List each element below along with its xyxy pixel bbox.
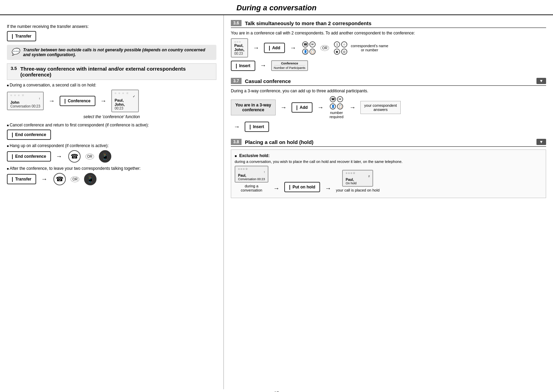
grid-icon-37-1: ☎ [330,96,336,102]
grid-icon-2: ✉ [309,41,316,48]
grid-icon-37-3: 👤 [330,103,336,110]
during-label: during aconversation [241,184,262,192]
note-box: 💬 Transfer between two outside calls is … [7,45,216,60]
phone-handset-dark-1: 📱 [99,150,111,163]
add-button-37[interactable]: Add [291,102,313,113]
phone-time-1: Conversation 00:23 [10,104,40,108]
section-37-diagram-row2: → Insert [231,122,546,132]
phone-name-1: John [10,100,40,104]
transfer-diagram: Transfer [7,31,216,41]
hangup-label: Hang up on all correspondent (if confere… [7,143,216,148]
arrow-37-1: → [280,104,287,111]
put-on-hold-button[interactable]: Put on hold [284,182,320,192]
correspondent-answers-box: your correspondentanswers [360,101,401,114]
section-36-header: 3.6 Talk simultaneously to more than 2 c… [231,20,546,28]
section-36: 3.6 Talk simultaneously to more than 2 c… [231,20,546,71]
or-label-1: OR [85,154,94,159]
dial-icons-37: ☎ ✉ 👤 📋 numberrequired [328,96,345,119]
conf-screen-title: Conference [274,62,306,65]
hold-phone-col: ○ ○ ○ ☆ ↑ Paul, Conversation 00:23 durin… [235,166,268,192]
phone-icon-top-2: ✓ [115,95,135,98]
arrow-37-4: → [234,123,240,131]
grid-icons-37: ☎ ✉ 👤 📋 [330,96,343,110]
or-36: OR [320,45,329,51]
phone-dots-1: ○ ○ ○ ☆ [10,94,40,97]
number-required-label: numberrequired [329,111,343,119]
threeway-box: You are in a 3-wayconference [231,100,276,115]
transfer-intro-section: If the number receiving the transfer ans… [7,24,216,41]
cancel-diagram: End conference [7,130,216,140]
hold-result-screen: ○ ○ ○ ☆ 2 Paul, On hold [342,170,373,187]
page-title: During a conversation [0,0,553,15]
section-37-number: 3.7 [231,78,242,84]
conference-diagram: ○ ○ ○ ☆ ↑ John Conversation 00:23 → Conf… [7,90,216,112]
after-label: After the conference, to leave your two … [7,166,216,171]
exclusive-hold-title: ■ Exclusive hold: [235,153,542,158]
after-diagram: Transfer → ☎ OR 📱 [7,173,216,185]
phone-name-2: Paul,John, [115,98,135,106]
section-37-diagram-row1: You are in a 3-wayconference → Add → ☎ ✉… [231,96,546,119]
section-38-icon: ▼ [536,139,546,145]
phone-screen-john: ○ ○ ○ ☆ ↑ John Conversation 00:23 [7,92,44,110]
conference-button[interactable]: Conference [60,96,95,106]
phone-screen-paul-john: ○ ○ ○ ☆ ✓ Paul,John, 00:23 [111,90,139,112]
section-36-diagram-row1: ○○○ Paul,John, 00:23 → Add → ☎ ✉ 👤 📋 OR [231,38,546,58]
result-icon-top: 2 [346,175,370,178]
phone-handset-icon-1: ☎ [68,150,81,163]
section-38-header: 3.8 Placing a call on hold (hold) ▼ [231,139,546,147]
end-conference-button-2[interactable]: End conference [7,151,51,162]
conf-screen-content: Number of Participants [274,66,306,70]
end-conference-button-1[interactable]: End conference [7,130,51,140]
section-37-title: Casual conference [245,78,536,84]
insert-button-37[interactable]: Insert [245,122,269,132]
hold-name: Paul, [238,174,265,177]
hold-diagram: ○ ○ ○ ☆ ↑ Paul, Conversation 00:23 durin… [235,166,542,192]
section-38: 3.8 Placing a call on hold (hold) ▼ ■ Ex… [231,139,546,198]
grid-icons-36b: 1 ☆ ◉ ◎ [334,41,347,55]
placed-on-hold-label: your call is placed on hold [336,188,380,192]
note-icon: 💬 [11,48,20,56]
grid-icon-6: ☆ [341,41,347,48]
left-panel: If the number receiving the transfer ans… [0,15,224,389]
section-37-icon: ▼ [536,78,546,84]
result-dots: ○ ○ ○ ☆ [346,172,370,175]
correspondent-name-col: correspondent's nameor number [351,44,388,52]
result-name: Paul, [346,178,370,182]
arrow-36-2: → [290,44,296,52]
section-37: 3.7 Casual conference ▼ During a 3-way c… [231,78,546,132]
page-number: 15 [0,389,553,392]
correspondent-label: correspondent's nameor number [351,44,388,52]
name-36-1: Paul,John, [234,43,245,52]
arrow-2: → [100,97,106,105]
phone-screen-36-1: ○○○ Paul,John, 00:23 [231,38,248,58]
dots-36-1: ○○○ [234,40,245,43]
arrow-1: → [49,97,55,105]
right-panel: 3.6 Talk simultaneously to more than 2 c… [224,15,553,389]
conference-intro: During a conversation, a second call is … [7,83,216,119]
phone-icon-top-1: ↑ [10,97,40,100]
or-label-2: OR [71,176,79,182]
section-35-title: Three-way conference with internal and/o… [20,66,213,78]
transfer-button-2[interactable]: Transfer [7,174,36,184]
section-35-header: 3.5 Three-way conference with internal a… [7,63,216,80]
hold-time: Conversation 00:23 [238,177,265,181]
section-36-body: You are in a conference call with 2 corr… [231,31,546,35]
transfer-button-1[interactable]: Transfer [7,31,36,41]
grid-icon-37-2: ✉ [337,96,343,102]
cancel-conference-section: Cancel conference and return to first co… [7,123,216,140]
conference-screen-36: Conference Number of Participants [271,60,308,71]
hold-result-col: ○ ○ ○ ☆ 2 Paul, On hold your call is pla… [336,170,380,192]
arrow-38-2: → [325,185,331,192]
arrow-38-1: → [273,185,279,192]
insert-button-36[interactable]: Insert [231,61,255,71]
hangup-section: Hang up on all correspondent (if confere… [7,143,216,163]
arrow-4: → [41,176,47,183]
hold-phone-screen: ○ ○ ○ ☆ ↑ Paul, Conversation 00:23 [235,166,268,183]
note-text: Transfer between two outside calls is no… [23,48,212,57]
arrow-37-3: → [349,104,356,111]
phone-time-2: 00:23 [115,106,135,110]
phone-handset-dark-2: 📱 [84,173,96,185]
after-conference-section: After the conference, to leave your two … [7,166,216,185]
add-button-36[interactable]: Add [264,43,285,53]
grid-icons-36: ☎ ✉ 👤 📋 [302,41,316,55]
